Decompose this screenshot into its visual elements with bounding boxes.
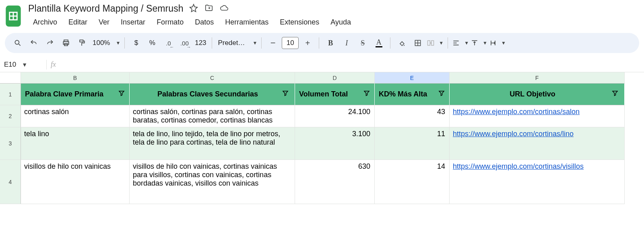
header-secondary-keywords[interactable]: Palabras Claves Secundarias	[130, 84, 295, 105]
font-family-value: Predet…	[216, 39, 248, 47]
header-total-volume[interactable]: Volumen Total	[295, 84, 375, 105]
separator	[390, 37, 390, 49]
row-headers: 1 2 3 4	[0, 84, 21, 204]
italic-button[interactable]: I	[339, 36, 354, 50]
menu-editar[interactable]: Editar	[64, 16, 92, 28]
toolbar: 100% ▼ $ % .0← .00→ 123 Predet… ▼ − 10 +…	[5, 33, 639, 53]
star-icon[interactable]	[189, 4, 198, 14]
name-box-value: E10	[4, 61, 16, 69]
filter-icon[interactable]	[118, 90, 125, 99]
header-target-url[interactable]: URL Objetivo	[450, 84, 625, 105]
url-link[interactable]: https://www.ejemplo.com/cortinas/salon	[453, 108, 580, 116]
font-size-input[interactable]: 10	[282, 37, 299, 49]
cell-d3[interactable]: 3.100	[295, 127, 375, 160]
search-menus-icon[interactable]	[10, 36, 25, 50]
header-primary-keyword[interactable]: Palabra Clave Primaria	[21, 84, 130, 105]
font-family-dropdown[interactable]: Predet… ▼	[216, 39, 257, 47]
header-label: Palabras Claves Secundarias	[134, 90, 282, 98]
column-header-f[interactable]: F	[450, 72, 625, 84]
menu-ayuda[interactable]: Ayuda	[326, 16, 356, 28]
cell-c3[interactable]: tela de lino, lino tejido, tela de lino …	[130, 127, 295, 160]
svg-point-4	[15, 40, 19, 44]
borders-button[interactable]	[411, 36, 425, 50]
column-header-c[interactable]: C	[130, 72, 295, 84]
header-label: Palabra Clave Primaria	[25, 90, 118, 98]
print-icon[interactable]	[59, 36, 73, 50]
url-link[interactable]: https://www.ejemplo.com/cortinas/lino	[453, 130, 574, 138]
column-header-d[interactable]: D	[295, 72, 375, 84]
zoom-dropdown[interactable]: 100% ▼	[91, 39, 120, 47]
paint-format-icon[interactable]	[75, 36, 89, 50]
cell-e4[interactable]: 14	[375, 160, 450, 204]
currency-button[interactable]: $	[129, 36, 143, 50]
docs-header: Plantilla Keyword Mapping / Semrush Arch…	[0, 0, 644, 28]
select-all-corner[interactable]	[0, 72, 21, 84]
menu-bar: Archivo Editar Ver Insertar Formato Dato…	[28, 16, 639, 28]
fx-icon: fx	[51, 60, 56, 69]
menu-ver[interactable]: Ver	[94, 16, 114, 28]
percent-button[interactable]: %	[145, 36, 159, 50]
text-color-button[interactable]: A	[372, 36, 386, 50]
fill-color-button[interactable]	[394, 36, 409, 50]
menu-datos[interactable]: Datos	[190, 16, 219, 28]
cell-d2[interactable]: 24.100	[295, 105, 375, 127]
cell-f4[interactable]: https://www.ejemplo.com/cortinas/visillo…	[450, 160, 625, 204]
redo-icon[interactable]	[43, 36, 57, 50]
svg-rect-12	[428, 41, 430, 45]
vertical-align-dropdown[interactable]: ▼	[471, 39, 487, 47]
menu-extensiones[interactable]: Extensiones	[275, 16, 324, 28]
separator	[448, 37, 448, 49]
column-header-b[interactable]: B	[21, 72, 130, 84]
header-label: KD% Más Alta	[379, 90, 438, 98]
chevron-down-icon: ▼	[22, 61, 27, 68]
decrease-font-size-button[interactable]: −	[266, 36, 280, 50]
cell-b3[interactable]: tela lino	[21, 127, 130, 160]
menu-herramientas[interactable]: Herramientas	[220, 16, 273, 28]
menu-formato[interactable]: Formato	[152, 16, 188, 28]
document-title[interactable]: Plantilla Keyword Mapping / Semrush	[28, 3, 184, 14]
cell-c2[interactable]: cortinas salón, cortinas para salón, cor…	[130, 105, 295, 127]
text-wrap-dropdown[interactable]: ▼	[489, 39, 506, 47]
separator	[124, 37, 125, 49]
cell-e3[interactable]: 11	[375, 127, 450, 160]
filter-icon[interactable]	[363, 90, 370, 99]
cell-f2[interactable]: https://www.ejemplo.com/cortinas/salon	[450, 105, 625, 127]
cell-c4[interactable]: visillos de hilo con vainicas, cortinas …	[130, 160, 295, 204]
cell-b4[interactable]: visillos de hilo con vainicas	[21, 160, 130, 204]
cell-f3[interactable]: https://www.ejemplo.com/cortinas/lino	[450, 127, 625, 160]
filter-icon[interactable]	[282, 90, 289, 99]
decrease-decimal-button[interactable]: .0←	[161, 36, 175, 50]
row-header-2[interactable]: 2	[0, 105, 21, 127]
menu-archivo[interactable]: Archivo	[28, 16, 62, 28]
increase-font-size-button[interactable]: +	[300, 36, 315, 50]
cell-d4[interactable]: 630	[295, 160, 375, 204]
increase-decimal-button[interactable]: .00→	[177, 36, 192, 50]
cell-e2[interactable]: 43	[375, 105, 450, 127]
menu-insertar[interactable]: Insertar	[116, 16, 150, 28]
row-header-1[interactable]: 1	[0, 84, 21, 105]
filter-icon[interactable]	[438, 90, 445, 99]
header-label: URL Objetivo	[454, 90, 611, 98]
table-header-row: Palabra Clave Primaria Palabras Claves S…	[21, 84, 625, 105]
strikethrough-button[interactable]: S	[355, 36, 370, 50]
row-header-4[interactable]: 4	[0, 160, 21, 204]
url-link[interactable]: https://www.ejemplo.com/cortinas/visillo…	[453, 162, 584, 170]
move-folder-icon[interactable]	[204, 4, 213, 14]
sheets-logo[interactable]	[5, 5, 22, 27]
header-kd-highest[interactable]: KD% Más Alta	[375, 84, 450, 105]
name-box[interactable]: E10 ▼	[0, 61, 42, 69]
horizontal-align-dropdown[interactable]: ▼	[452, 39, 469, 47]
undo-icon[interactable]	[27, 36, 41, 50]
filter-icon[interactable]	[611, 90, 619, 99]
number-format-button[interactable]: 123	[193, 36, 208, 50]
header-label: Volumen Total	[299, 90, 363, 98]
separator	[261, 37, 262, 49]
row-header-3[interactable]: 3	[0, 127, 21, 160]
column-header-e[interactable]: E	[375, 72, 450, 84]
bold-button[interactable]: B	[323, 36, 338, 50]
formula-bar: E10 ▼ fx	[0, 57, 644, 72]
spreadsheet-grid: B C D E F 1 2 3 4 Palabra Clave Primaria…	[0, 72, 644, 204]
cloud-status-icon[interactable]	[220, 4, 229, 14]
merge-cells-dropdown[interactable]: ▼	[427, 39, 444, 47]
cell-b2[interactable]: cortinas salón	[21, 105, 130, 127]
